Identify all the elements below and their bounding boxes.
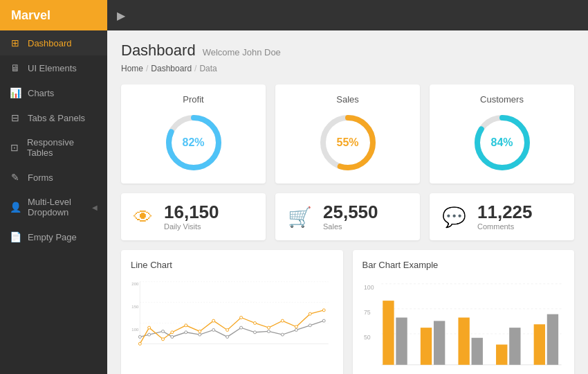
sidebar-item-empty-page[interactable]: 📄 Empty Page — [0, 224, 107, 249]
line-chart-card: Line Chart 200 150 100 — [121, 250, 343, 374]
sidebar-item-forms[interactable]: ✎ Forms — [0, 165, 107, 190]
svg-point-36 — [226, 328, 229, 331]
svg-point-38 — [253, 321, 256, 324]
empty-page-icon: 📄 — [10, 231, 21, 242]
svg-point-33 — [185, 324, 187, 327]
donut-value-customers: 84% — [490, 136, 513, 149]
sidebar-label-multi-level: Multi-Level Dropdown — [28, 197, 85, 217]
sidebar-label-charts: Charts — [28, 88, 54, 98]
svg-point-23 — [253, 331, 256, 334]
sidebar-item-multi-level[interactable]: 👤 Multi-Level Dropdown ◀ — [0, 190, 107, 224]
dashboard-icon: ⊞ — [10, 37, 21, 48]
comments-icon: 💬 — [442, 206, 466, 229]
svg-text:150: 150 — [131, 305, 139, 309]
brand-logo[interactable]: Marvel — [0, 0, 107, 30]
donut-chart-sales: 55% — [317, 112, 379, 174]
donut-label-sales: Sales — [285, 94, 410, 105]
svg-point-21 — [226, 335, 229, 338]
sidebar-label-forms: Forms — [28, 172, 53, 183]
sidebar-label-responsive-tables: Responsive Tables — [27, 137, 98, 158]
metric-value-comments: 11,225 — [477, 203, 533, 221]
charts-icon: 📊 — [10, 87, 21, 98]
sidebar-item-charts[interactable]: 📊 Charts — [0, 80, 107, 105]
svg-point-20 — [212, 328, 215, 331]
svg-point-30 — [148, 326, 151, 329]
svg-text:50: 50 — [363, 334, 370, 341]
svg-rect-52 — [396, 318, 407, 365]
donut-card-customers: Customers 84% — [430, 84, 574, 184]
sales-count-icon: 🛒 — [288, 206, 312, 229]
svg-text:100: 100 — [363, 284, 374, 291]
svg-point-27 — [309, 324, 311, 327]
metric-cards-row: 👁 16,150 Daily Visits 🛒 25,550 Sales 💬 1… — [121, 193, 574, 240]
sidebar-label-ui-elements: UI Elements — [28, 63, 77, 73]
sidebar-item-responsive-tables[interactable]: ⊡ Responsive Tables — [0, 130, 107, 165]
main-panel: ▶ Dashboard Welcome John Doe Home / Dash… — [107, 0, 588, 374]
donut-chart-profit: 82% — [163, 112, 225, 174]
charts-row: Line Chart 200 150 100 Bar Chart Example… — [121, 250, 574, 374]
svg-point-34 — [199, 330, 201, 332]
sidebar: Marvel ⊞ Dashboard 🖥 UI Elements 📊 Chart… — [0, 0, 107, 374]
svg-point-32 — [171, 331, 174, 334]
svg-rect-57 — [496, 345, 507, 365]
breadcrumb: Home / Dashboard / Data — [121, 64, 574, 73]
svg-rect-53 — [420, 328, 431, 365]
svg-point-24 — [267, 330, 270, 332]
svg-point-22 — [240, 326, 243, 329]
svg-rect-60 — [546, 314, 558, 365]
chevron-icon: ◀ — [92, 204, 98, 211]
donut-label-customers: Customers — [439, 94, 564, 105]
svg-rect-56 — [471, 338, 482, 365]
breadcrumb-current: Data — [199, 64, 217, 73]
sidebar-nav: ⊞ Dashboard 🖥 UI Elements 📊 Charts ⊟ Tab… — [0, 30, 107, 249]
sidebar-item-dashboard[interactable]: ⊞ Dashboard — [0, 30, 107, 55]
forms-icon: ✎ — [10, 172, 21, 183]
svg-point-15 — [148, 333, 151, 336]
svg-point-18 — [185, 331, 187, 334]
donut-label-profit: Profit — [131, 94, 256, 105]
metric-label-visits: Daily Visits — [164, 222, 219, 231]
line-chart-area: 200 150 100 — [131, 277, 333, 351]
topbar: ▶ — [107, 0, 588, 30]
bar-chart-svg: 100 75 50 — [362, 277, 565, 374]
svg-point-31 — [162, 338, 165, 341]
svg-point-42 — [309, 312, 311, 315]
page-header: Dashboard Welcome John Doe — [121, 42, 574, 60]
svg-rect-55 — [458, 318, 469, 365]
donut-value-profit: 82% — [182, 136, 204, 149]
metric-value-visits: 16,150 — [164, 203, 219, 221]
sidebar-label-dashboard: Dashboard — [28, 38, 72, 48]
breadcrumb-home[interactable]: Home — [121, 64, 143, 73]
bar-chart-card: Bar Chart Example 100 75 50 — [353, 250, 575, 374]
metric-label-sales-count: Sales — [323, 222, 378, 231]
svg-point-16 — [162, 330, 165, 332]
tabs-panels-icon: ⊟ — [10, 112, 21, 123]
svg-text:75: 75 — [363, 309, 370, 316]
sidebar-item-tabs-panels[interactable]: ⊟ Tabs & Panels — [0, 105, 107, 130]
svg-point-37 — [240, 317, 243, 319]
sidebar-label-empty-page: Empty Page — [28, 232, 77, 242]
svg-point-14 — [138, 335, 141, 338]
svg-rect-51 — [383, 301, 394, 365]
line-chart-svg: 200 150 100 — [131, 277, 333, 348]
donut-chart-customers: 84% — [471, 112, 533, 174]
svg-point-40 — [281, 319, 284, 322]
svg-rect-59 — [533, 324, 544, 365]
sidebar-item-ui-elements[interactable]: 🖥 UI Elements — [0, 55, 107, 80]
svg-point-17 — [171, 335, 174, 338]
metric-card-visits: 👁 16,150 Daily Visits — [121, 193, 266, 240]
svg-point-29 — [138, 342, 141, 345]
page-title: Dashboard — [121, 42, 196, 60]
sidebar-label-tabs-panels: Tabs & Panels — [28, 113, 85, 123]
svg-point-19 — [199, 333, 201, 336]
svg-rect-58 — [509, 328, 520, 365]
ui-elements-icon: 🖥 — [10, 62, 21, 73]
svg-point-28 — [322, 319, 325, 322]
svg-point-25 — [281, 333, 284, 336]
sidebar-toggle-button[interactable]: ▶ — [117, 9, 125, 22]
multi-level-icon: 👤 — [10, 202, 21, 213]
donut-cards-row: Profit 82% Sales 55% Customers 84% — [121, 84, 574, 184]
visits-icon: 👁 — [134, 206, 153, 229]
metric-card-comments: 💬 11,225 Comments — [430, 193, 574, 240]
breadcrumb-dashboard[interactable]: Dashboard — [151, 64, 192, 73]
